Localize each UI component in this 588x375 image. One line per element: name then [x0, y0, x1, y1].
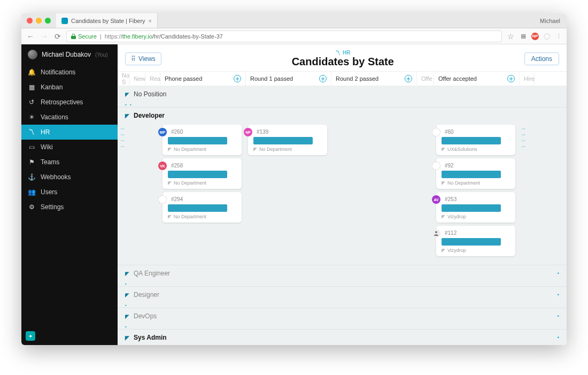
close-tab-icon[interactable]: × [149, 18, 152, 24]
add-card-icon[interactable]: + [234, 75, 241, 82]
row-dots-indicator: • [558, 335, 559, 340]
sidebar-item-wiki[interactable]: ▭Wiki [21, 140, 118, 155]
add-card-icon[interactable]: + [405, 75, 412, 82]
column-header[interactable]: Phone passed+ [160, 72, 246, 86]
row-dots-indicator: • [558, 313, 559, 319]
flag-icon: ◤ [125, 91, 129, 97]
sidebar-item-webhooks[interactable]: ⚓Webhooks [21, 170, 118, 185]
favicon-icon [61, 18, 68, 24]
candidate-card[interactable]: VK #258 ◤No Department [163, 158, 242, 189]
column-header[interactable]: Offe [417, 72, 434, 86]
app-logo-icon[interactable]: ✦ [26, 331, 35, 341]
breadcrumb[interactable]: 〽 HR [168, 50, 518, 56]
sun-icon: ☀ [28, 113, 35, 121]
extension-badge-icon[interactable]: NP [531, 33, 539, 40]
lane-phone-passed[interactable]: MP #260 ◤No Department VK #258 ◤No Depar… [159, 125, 245, 259]
candidate-card[interactable]: #92 ◤No Department [436, 158, 515, 189]
card-department: ◤Vizydrop [442, 214, 511, 219]
column-header[interactable]: Offer accepted+ [434, 72, 520, 86]
swimlane-designer: ◤ Designer • • [118, 287, 567, 308]
swimlane-header[interactable]: ◤ No Position [118, 86, 567, 102]
row-dots-indicator: • [558, 271, 559, 276]
column-header[interactable]: Round 2 passed+ [331, 72, 417, 86]
app-content: Michael Dubakov (You) 🔔Notifications▦Kan… [21, 44, 567, 345]
top-bar: ⠿ Views 〽 HR Candidates by State Actions [118, 44, 567, 71]
sidebar-item-teams[interactable]: ⚑Teams [21, 155, 118, 170]
card-department: ◤No Department [442, 180, 511, 186]
user-you-label: (You) [95, 52, 108, 58]
swimlane-header[interactable]: ◤ DevOps • [118, 308, 567, 324]
sidebar: Michael Dubakov (You) 🔔Notifications▦Kan… [21, 44, 118, 345]
traffic-lights [21, 18, 56, 24]
lane-round-1[interactable]: NP #139 ◤No Department [245, 125, 330, 259]
sidebar-item-users[interactable]: 👥Users [21, 185, 118, 200]
sidebar-item-notifications[interactable]: 🔔Notifications [21, 65, 118, 80]
add-card-icon[interactable]: + [319, 75, 327, 82]
card-department: ◤No Department [168, 147, 237, 152]
add-card-icon[interactable]: + [507, 75, 515, 82]
extension-icon[interactable]: ◯ [543, 33, 551, 40]
candidate-card[interactable]: #294 ◤No Department [163, 192, 242, 223]
chart-icon: 〽 [28, 128, 35, 136]
column-header[interactable]: Rea [145, 72, 160, 86]
swimlane-header[interactable]: ◤ QA Engineer • [118, 265, 567, 281]
sidebar-profile[interactable]: Michael Dubakov (You) [21, 44, 118, 65]
candidate-card[interactable]: NP #139 ◤No Department [248, 125, 327, 155]
sidebar-item-settings[interactable]: ⚙Settings [21, 200, 118, 215]
bookmark-icon[interactable]: ☆ [506, 32, 515, 41]
lane-round-2[interactable] [330, 125, 416, 259]
svg-point-0 [435, 231, 437, 233]
column-header[interactable]: New [129, 72, 145, 86]
board[interactable]: ◤ No Position • • ◤ Developer ⋮⋮⋮⋮ MP #2… [118, 86, 567, 345]
card-id: #253 [445, 196, 511, 202]
card-id: #260 [171, 129, 237, 135]
candidate-card[interactable]: MP #260 ◤No Department [163, 125, 242, 155]
drag-handle-icon[interactable]: ⋮⋮⋮⋮ [519, 125, 528, 259]
minimize-window-icon[interactable] [36, 18, 42, 24]
collapsed-cards-indicator[interactable]: • [118, 281, 567, 286]
column-header[interactable]: No S [118, 72, 129, 86]
sidebar-item-vacations[interactable]: ☀Vacations [21, 110, 118, 125]
column-label: Hire [524, 75, 535, 82]
card-id: #112 [445, 230, 511, 236]
collapsed-cards-indicator[interactable]: • [118, 303, 567, 308]
collapsed-cards-indicator[interactable]: • • [118, 102, 567, 107]
maximize-window-icon[interactable] [45, 18, 51, 24]
column-header[interactable]: Hire [520, 72, 535, 86]
url-input[interactable]: Secure | https://the.fibery.io/hr/Candid… [66, 30, 502, 42]
drag-handle-icon[interactable]: ⋮⋮⋮⋮ [118, 125, 127, 259]
menu-icon[interactable]: ⋮ [555, 33, 562, 40]
extension-icons: ▦ NP ◯ ⋮ [520, 33, 562, 40]
extension-icon[interactable]: ▦ [520, 33, 527, 40]
column-header[interactable]: Round 1 passed+ [246, 72, 331, 86]
sidebar-item-retrospectives[interactable]: ↺Retrospectives [21, 95, 118, 110]
sidebar-item-hr[interactable]: 〽HR [21, 125, 118, 140]
close-window-icon[interactable] [27, 18, 33, 24]
column-label: No S [122, 72, 129, 85]
url-text: https://the.fibery.io/hr/Candidates-by-S… [105, 33, 223, 40]
swimlane-qa: ◤ QA Engineer • • [118, 265, 567, 287]
lane-offer-accepted[interactable]: #60 ◤UX&Solutions #92 ◤No Department AV … [433, 125, 519, 259]
sidebar-item-kanban[interactable]: ▦Kanban [21, 80, 118, 95]
forward-button[interactable]: → [40, 32, 49, 41]
views-button[interactable]: ⠿ Views [125, 52, 161, 65]
actions-button[interactable]: Actions [524, 52, 559, 65]
swimlane-header[interactable]: ◤ Sys Admin • [118, 330, 567, 345]
candidate-card[interactable]: #60 ◤UX&Solutions [436, 125, 515, 155]
browser-tab[interactable]: Candidates by State | Fibery × [56, 13, 158, 28]
swimlane-header[interactable]: ◤ Developer [118, 108, 567, 124]
card-id: #92 [445, 163, 511, 169]
doc-icon: ▭ [28, 143, 35, 151]
sidebar-item-label: Wiki [41, 143, 53, 151]
candidate-card[interactable]: #112 ◤Vizydrop [436, 226, 515, 256]
columns-header: No SNewReaPhone passed+Round 1 passed+Ro… [118, 71, 567, 86]
candidate-card[interactable]: AV #253 ◤Vizydrop [436, 192, 515, 223]
collapsed-cards-indicator[interactable]: • [118, 324, 567, 329]
reload-button[interactable]: ⟳ [53, 32, 62, 41]
swimlane-devops: ◤ DevOps • • [118, 308, 567, 330]
swimlane-header[interactable]: ◤ Designer • [118, 287, 567, 303]
flag-icon: ◤ [442, 180, 445, 186]
grid-icon: ▦ [28, 83, 35, 91]
back-button[interactable]: ← [26, 32, 35, 41]
browser-profile-label[interactable]: Michael [540, 18, 567, 24]
